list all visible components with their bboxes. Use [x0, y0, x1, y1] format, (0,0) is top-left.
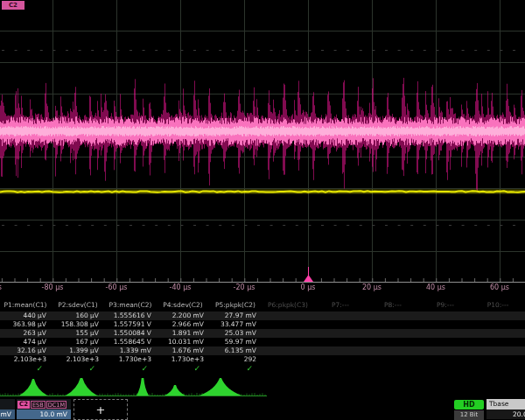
measure-max: 1.558645 V	[105, 338, 158, 346]
measure-min: 1.891 mV	[158, 329, 210, 338]
measure-sdev	[262, 346, 315, 355]
hd-bit-depth: 12 Bit	[454, 410, 484, 420]
measure-row-value: 440 µV160 µV1.555616 V2.200 mV27.97 mV	[0, 312, 525, 320]
oscilloscope-screen: C2 -100 µs-80 µs-60 µs-40 µs-20 µs0 µs20…	[0, 0, 525, 420]
measure-sdev	[315, 346, 368, 355]
measure-min	[368, 329, 420, 338]
measure-min: 1.550084 V	[105, 329, 158, 338]
measure-mean	[368, 320, 420, 329]
measure-min: 25.03 mV	[210, 329, 262, 338]
timebase-descriptor[interactable]: Tbase 20.0 µs/div	[486, 399, 525, 420]
time-tick-label: 0 µs	[301, 284, 316, 291]
measure-status-check: ✓	[158, 364, 210, 374]
measure-status-check: ✓	[0, 364, 52, 374]
time-axis: -100 µs-80 µs-60 µs-40 µs-20 µs0 µs20 µs…	[0, 284, 525, 296]
active-trace-badge[interactable]: C2	[2, 1, 24, 10]
time-tick-label: -80 µs	[42, 284, 64, 291]
measure-num: 2.103e+3	[0, 355, 52, 364]
c2-label: C2	[18, 401, 30, 409]
measure-header[interactable]: P2:sdev(C1)	[52, 301, 105, 311]
bottom-bar: C1 DC1M 10.0 mV C2 ESB DC1M 10.0 mV + HD…	[0, 398, 525, 420]
time-tick-label: 20 µs	[362, 284, 382, 291]
measure-sdev: 32.16 µV	[0, 346, 52, 355]
measure-num	[368, 355, 420, 364]
measure-row-mean: 363.98 µV158.308 µV1.557591 V2.966 mV33.…	[0, 320, 525, 329]
measure-status-check	[315, 364, 368, 374]
time-tick-label: 60 µs	[490, 284, 509, 291]
measure-mean: 363.98 µV	[0, 320, 52, 329]
measure-row-num: 2.103e+32.103e+31.730e+31.730e+3292	[0, 355, 525, 364]
c2-esb-badge: ESB	[31, 401, 46, 409]
c1-scale: 10.0 mV	[0, 410, 15, 419]
measure-sdev: 6.135 mV	[210, 346, 262, 355]
measure-row-max: 474 µV167 µV1.558645 V10.031 mV59.97 mV	[0, 338, 525, 346]
hd-mode-badge[interactable]: HD	[454, 400, 484, 410]
measure-status-check	[420, 364, 472, 374]
measure-max: 59.97 mV	[210, 338, 262, 346]
c2-scale: 10.0 mV	[17, 410, 71, 419]
time-tick-label: -20 µs	[234, 284, 256, 291]
measure-sdev	[420, 346, 472, 355]
measure-max	[368, 338, 420, 346]
measure-max	[262, 338, 315, 346]
measure-mean	[262, 320, 315, 329]
measure-mean	[315, 320, 368, 329]
measure-max	[315, 338, 368, 346]
waveform-grid[interactable]	[0, 0, 525, 298]
measure-sdev	[472, 346, 525, 355]
timebase-label: Tbase	[486, 399, 525, 410]
measure-sdev: 1.339 mV	[105, 346, 158, 355]
measure-max: 10.031 mV	[158, 338, 210, 346]
measure-status-check: ✓	[52, 364, 105, 374]
measure-min	[262, 329, 315, 338]
timebase-scale: 20.0 µs/div	[486, 410, 525, 419]
measure-sdev: 1.676 mV	[158, 346, 210, 355]
channel-c2-descriptor[interactable]: C2 ESB DC1M 10.0 mV	[17, 399, 71, 420]
measure-value	[420, 312, 472, 320]
measure-histicons[interactable]	[0, 378, 525, 398]
time-tick-label: -40 µs	[170, 284, 192, 291]
measure-max	[472, 338, 525, 346]
measure-num	[472, 355, 525, 364]
measure-num	[420, 355, 472, 364]
measure-row-header: P1:mean(C1)P2:sdev(C1)P3:mean(C2)P4:sdev…	[0, 301, 525, 311]
measure-value: 160 µV	[52, 312, 105, 320]
measure-mean: 158.308 µV	[52, 320, 105, 329]
measure-row-sdev: 32.16 µV1.399 µV1.339 mV1.676 mV6.135 mV	[0, 346, 525, 355]
measure-mean: 1.557591 V	[105, 320, 158, 329]
measure-header[interactable]: P6:pkpk(C3)	[262, 301, 315, 311]
measure-max: 474 µV	[0, 338, 52, 346]
measure-row-status: ✓✓✓✓✓	[0, 364, 525, 374]
measure-header[interactable]: P8:---	[368, 301, 420, 311]
measure-header[interactable]: P10:---	[472, 301, 525, 311]
measure-value	[262, 312, 315, 320]
measure-sdev	[368, 346, 420, 355]
time-tick-label: -100 µs	[0, 284, 2, 291]
measure-max: 167 µV	[52, 338, 105, 346]
measure-header[interactable]: P9:---	[420, 301, 472, 311]
add-trace-button[interactable]: +	[74, 399, 128, 420]
measure-status-check: ✓	[210, 364, 262, 374]
measure-status-check	[472, 364, 525, 374]
measure-min: 263 µV	[0, 329, 52, 338]
measure-mean: 33.477 mV	[210, 320, 262, 329]
measure-value	[315, 312, 368, 320]
measure-header[interactable]: P4:sdev(C2)	[158, 301, 210, 311]
measure-mean	[472, 320, 525, 329]
measure-num: 1.730e+3	[158, 355, 210, 364]
measure-value	[368, 312, 420, 320]
time-tick-label: 40 µs	[426, 284, 445, 291]
measure-min	[472, 329, 525, 338]
measure-header[interactable]: P5:pkpk(C2)	[210, 301, 262, 311]
measure-header[interactable]: P1:mean(C1)	[0, 301, 52, 311]
measure-num	[315, 355, 368, 364]
measure-value: 27.97 mV	[210, 312, 262, 320]
channel-c1-descriptor[interactable]: C1 DC1M 10.0 mV	[0, 399, 15, 420]
measure-min	[420, 329, 472, 338]
measure-header[interactable]: P3:mean(C2)	[105, 301, 158, 311]
measure-sdev: 1.399 µV	[52, 346, 105, 355]
measure-mean	[420, 320, 472, 329]
measure-header[interactable]: P7:---	[315, 301, 368, 311]
measure-value: 2.200 mV	[158, 312, 210, 320]
measure-mean: 2.966 mV	[158, 320, 210, 329]
